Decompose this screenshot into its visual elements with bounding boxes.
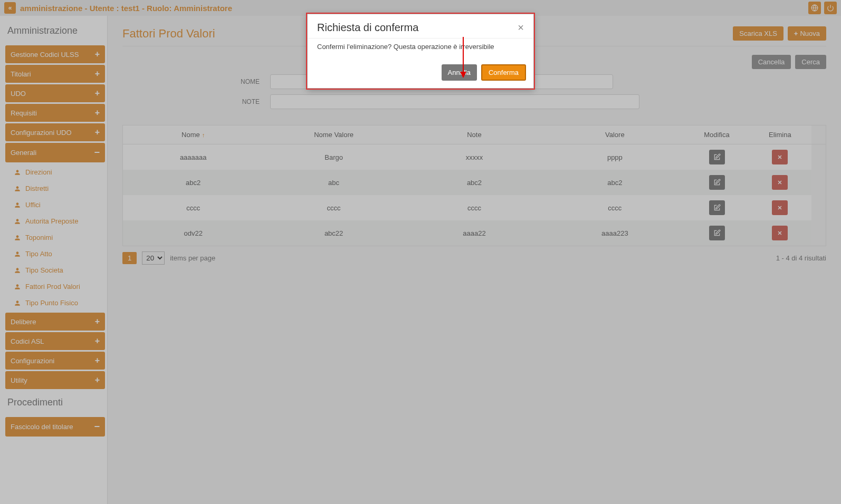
confirm-modal: Richiesta di conferma × Confermi l'elimi…: [307, 14, 534, 89]
modal-overlay: Richiesta di conferma × Confermi l'elimi…: [0, 0, 841, 504]
modal-cancel-button[interactable]: Annulla: [442, 64, 477, 81]
modal-confirm-button[interactable]: Conferma: [481, 64, 526, 81]
modal-title: Richiesta di conferma: [317, 22, 418, 34]
modal-body-text: Confermi l'eliminazione? Questa operazio…: [317, 43, 494, 51]
modal-close-button[interactable]: ×: [518, 22, 524, 34]
